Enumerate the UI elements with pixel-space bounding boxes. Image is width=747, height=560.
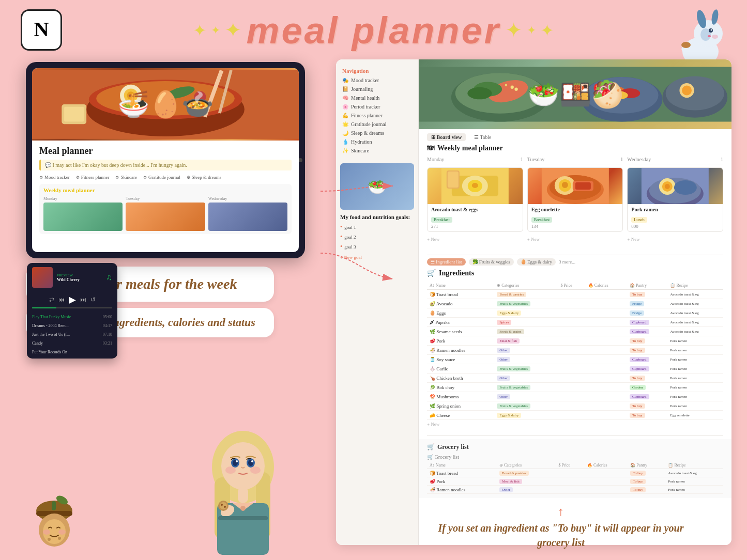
tablet-nav-mood[interactable]: Mood tracker xyxy=(39,175,70,180)
add-new-ingredient[interactable]: + New xyxy=(427,420,723,428)
sidebar-label-sleep: Sleep & dreams xyxy=(351,130,384,136)
grocery-callout-text: If you set an ingredient as "To buy" it … xyxy=(432,521,690,550)
add-new-tuesday[interactable]: + New xyxy=(527,235,623,243)
svg-point-53 xyxy=(220,502,227,509)
grocery-table-header: A↕ Name ⊕ Categories $ Price 🔥 Calories … xyxy=(427,462,723,469)
ing-row-bokchoy: 🥬 Bok choy Fruits & vegetables Garden Po… xyxy=(427,383,723,392)
ing-row-sesame: 🌿 Sesame seeds Seeds & grains Cupboard A… xyxy=(427,327,723,336)
add-goal-button[interactable]: + New goal xyxy=(340,253,414,262)
tablet-nav-sleep[interactable]: Sleep & dreams xyxy=(187,175,222,180)
tablet-day-img-3 xyxy=(208,203,287,231)
ing-table-body: 🍞 Toast bread Bread & pastries To buy Av… xyxy=(427,290,723,420)
tablet-nav-skincare[interactable]: Skincare xyxy=(115,175,137,180)
add-new-monday[interactable]: + New xyxy=(427,235,523,243)
meal-card-body-monday: Avocado toast & eggs Breakfast 271 xyxy=(428,204,523,231)
track-time-3: 07:18 xyxy=(103,332,112,337)
ing-name-toast: 🍞 Toast bread xyxy=(427,290,494,299)
music-controls[interactable]: ⇄ ⏮ ▶ ⏭ ↺ xyxy=(27,292,117,307)
meal-card-monday[interactable]: Avocado toast & eggs Breakfast 271 xyxy=(427,167,523,232)
shuffle-button[interactable]: ⇄ xyxy=(49,296,54,304)
ing-cal-bokchoy xyxy=(586,383,627,392)
filter-fruits-veggies[interactable]: 🥦 Fruits & veggies xyxy=(469,258,514,266)
track-item-5[interactable]: Put Your Records On xyxy=(27,348,117,356)
ing-row-paprika: 🌶 Paprika Spices Cupboard Avocado toast … xyxy=(427,318,723,327)
col-name: A↕ Name xyxy=(427,282,494,290)
tablet-page-title: Meal planner xyxy=(39,146,292,157)
next-button[interactable]: ⏭ xyxy=(80,296,86,304)
ing-cal-ramen xyxy=(586,346,627,355)
sidebar-label-mental: Mental health xyxy=(351,95,379,101)
sidebar-item-fitness[interactable]: 💪 Fitness planner xyxy=(336,111,418,120)
track-item-1[interactable]: Play That Funky Music 05:00 xyxy=(27,313,117,321)
music-progress-bar[interactable] xyxy=(32,307,112,308)
ing-name-soy: 🫙 Soy sauce xyxy=(427,355,494,364)
sparkle-icon-1: ✦ xyxy=(193,22,207,39)
svg-point-34 xyxy=(48,538,51,541)
svg-rect-28 xyxy=(52,501,56,510)
meal-cal-3: 800 xyxy=(631,224,719,229)
sidebar-label-fitness: Fitness planner xyxy=(351,113,383,118)
svg-rect-50 xyxy=(238,487,248,503)
tablet-nav-fitness[interactable]: Fitness planner xyxy=(76,175,110,180)
sidebar-item-period[interactable]: 🌸 Period tracker xyxy=(336,102,418,111)
goals-panel: 🥗 My food and nutrition goals: goal 1 go… xyxy=(336,163,418,262)
filter-ingredient-list[interactable]: ☰ Ingredient list xyxy=(427,258,466,266)
sidebar-item-skincare[interactable]: ✨ Skincare xyxy=(336,146,418,155)
sidebar-item-journaling[interactable]: 📔 Journaling xyxy=(336,85,418,94)
sidebar-item-gratitude[interactable]: 🌟 Gratitude journal xyxy=(336,120,418,129)
ing-price-mushrooms xyxy=(558,392,585,401)
track-item-3[interactable]: Just the Two of Us (f... 07:18 xyxy=(27,330,117,339)
meal-card-tuesday[interactable]: Egg omelette Breakfast 134 xyxy=(527,167,623,232)
sidebar-item-mood[interactable]: 🎭 Mood tracker xyxy=(336,76,418,85)
repeat-button[interactable]: ↺ xyxy=(90,296,96,304)
ing-cat-pork: Meat & fish xyxy=(494,336,558,346)
ing-recipe-pork: Pork ramen xyxy=(667,336,723,346)
ing-cat-sesame: Seeds & grains xyxy=(494,327,558,336)
ing-recipe-ramen: Pork ramen xyxy=(667,346,723,355)
sparkle-icon-6: ✦ xyxy=(540,22,554,39)
ing-price-paprika xyxy=(558,318,585,327)
music-progress-fill xyxy=(32,307,56,308)
notion-main-content[interactable]: ⊞ Board view ☰ Table 🍽 Weekly meal plann… xyxy=(419,59,731,545)
ing-recipe-eggs: Avocado toast & eg xyxy=(667,308,723,318)
meal-column-tuesday: Tuesday1 xyxy=(527,157,623,243)
ing-price-springonion xyxy=(558,401,585,411)
add-new-wednesday[interactable]: + New xyxy=(627,235,723,243)
meal-card-title-monday: Avocado toast & eggs xyxy=(431,207,519,212)
tab-table[interactable]: ☰ Table xyxy=(470,133,495,141)
tablet-nav-gratitude[interactable]: Gratitude journal xyxy=(143,175,180,180)
sparkle-icon-5: ✦ xyxy=(527,25,536,36)
play-button[interactable]: ▶ xyxy=(69,294,76,305)
period-icon: 🌸 xyxy=(342,104,348,110)
meal-card-title-tuesday: Egg omelette xyxy=(531,207,619,212)
grocery-row-ramen: 🍜 Ramen noodles Other To buy Pork ramen xyxy=(427,486,723,494)
meal-card-body-wednesday: Pork ramen Lunch 800 xyxy=(628,204,723,231)
filter-eggs-dairy[interactable]: 🥚 Eggs & dairy xyxy=(517,258,556,266)
ing-row-garlic: 🧄 Garlic Fruits & vegetables Cupboard Po… xyxy=(427,364,723,374)
prev-button[interactable]: ⏮ xyxy=(58,296,65,304)
ing-recipe-mushrooms: Pork ramen xyxy=(667,392,723,401)
svg-point-10 xyxy=(712,35,718,39)
svg-rect-81 xyxy=(448,172,459,188)
meal-card-wednesday[interactable]: Pork ramen Lunch 800 xyxy=(627,167,723,232)
ing-name-pork: 🥩 Pork xyxy=(427,336,494,346)
tab-board-view[interactable]: ⊞ Board view xyxy=(427,133,466,141)
sidebar-item-hydration[interactable]: 💧 Hydration xyxy=(336,137,418,146)
svg-point-8 xyxy=(711,29,712,31)
ing-price-eggs xyxy=(558,308,585,318)
grocery-cat-pork: Meat & fish xyxy=(497,477,556,486)
sidebar-item-sleep[interactable]: 🌙 Sleep & dreams xyxy=(336,129,418,137)
ing-row-soy: 🫙 Soy sauce Other Cupboard Pork ramen xyxy=(427,355,723,364)
right-panel: Navigation 🎭 Mood tracker 📔 Journaling 🧠… xyxy=(336,57,731,555)
track-time-2: 04:17 xyxy=(103,323,112,328)
tablet-day-wednesday: Wednesday xyxy=(208,196,287,231)
ing-cat-chicken: Other xyxy=(494,374,558,383)
track-item-4[interactable]: Candy 03:21 xyxy=(27,339,117,348)
sidebar-label-hydration: Hydration xyxy=(351,139,372,145)
filter-more[interactable]: 3 more... xyxy=(559,259,575,265)
gratitude-icon: 🌟 xyxy=(342,121,348,127)
ing-row-mushrooms: 🍄 Mushrooms Other Cupboard Pork ramen xyxy=(427,392,723,401)
ing-price-avocado xyxy=(558,299,585,308)
track-item-2[interactable]: Dreams - 2004 Rem... 04:17 xyxy=(27,321,117,330)
sidebar-item-mental[interactable]: 🧠 Mental health xyxy=(336,94,418,102)
